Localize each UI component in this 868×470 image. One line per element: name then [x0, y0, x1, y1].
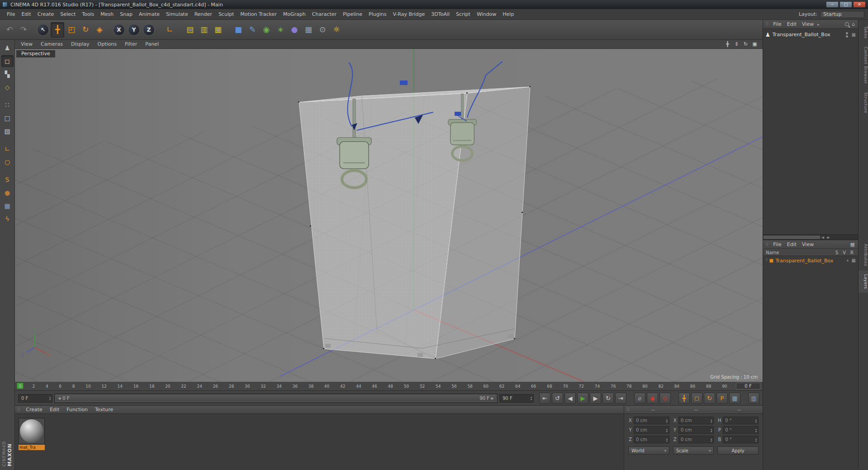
material-menu-item[interactable]: Edit — [46, 407, 63, 413]
frame-tick[interactable]: 52 — [420, 384, 425, 389]
object-manager-menu-item[interactable]: Edit — [784, 20, 799, 28]
environment-floor-button[interactable]: ▦ — [302, 22, 315, 38]
viewport-canvas[interactable]: Y X Z — [15, 49, 763, 382]
layer-manager-menu-item[interactable]: View — [799, 241, 816, 248]
frame-tick[interactable]: 54 — [436, 384, 441, 389]
layer-assign-icon[interactable]: ▦ — [852, 33, 856, 37]
toggle-view-icon[interactable]: ▣ — [751, 40, 759, 48]
Takes[interactable]: Takes — [859, 23, 868, 42]
menu-item[interactable]: Window — [474, 10, 499, 19]
viewport-name-label[interactable]: Perspective — [16, 50, 55, 57]
object-manager-menu-item[interactable]: File — [770, 20, 784, 28]
key-parameter-button[interactable]: P — [716, 393, 728, 404]
layer-row[interactable]: └ Transparent_Ballot_Box ▦ — [763, 257, 858, 264]
record-keyframe-button[interactable]: ◉ — [647, 393, 658, 404]
key-scale-button[interactable]: ◻ — [691, 393, 702, 404]
stepper-arrows-icon[interactable]: ▴▾ — [531, 396, 532, 400]
frame-tick[interactable]: 80 — [642, 384, 647, 389]
frame-tick[interactable]: 46 — [372, 384, 377, 389]
size-field[interactable]: Y 0 cm▴▾ — [673, 426, 714, 434]
undo-button[interactable]: ↶ — [3, 22, 16, 38]
layer-toggles[interactable] — [847, 260, 849, 261]
path-up-icon[interactable]: ⌂ — [852, 22, 855, 27]
object-tree-item[interactable]: ♟ Transparent_Ballot_Box ▦ — [763, 31, 858, 38]
Layers[interactable]: Layers — [859, 271, 868, 293]
frame-tick[interactable]: 4 — [46, 384, 48, 389]
frame-tick[interactable]: 58 — [467, 384, 472, 389]
play-backwards-button[interactable]: ↺ — [552, 393, 563, 404]
menu-item[interactable]: Character — [309, 10, 340, 19]
coordinate-system-button[interactable]: ∟ — [163, 22, 176, 38]
frame-tick[interactable]: 84 — [674, 384, 679, 389]
material-name-label[interactable]: mat_Tra — [19, 445, 45, 450]
coordinate-mode-dropdown[interactable]: -- — [631, 407, 674, 413]
redo-button[interactable]: ↷ — [17, 22, 30, 38]
rotation-field[interactable]: P 0 °▴▾ — [717, 426, 759, 434]
end-frame-field[interactable]: 90 F ▴▾ — [499, 394, 534, 403]
menu-item[interactable]: Motion Tracker — [237, 10, 280, 19]
frame-tick[interactable]: 62 — [499, 384, 504, 389]
frame-tick[interactable]: 70 — [563, 384, 568, 389]
frame-tick[interactable]: 42 — [340, 384, 345, 389]
move-tool-button[interactable]: ╋ — [51, 22, 64, 38]
name-column-header[interactable]: Name — [766, 250, 779, 255]
menu-item[interactable]: Sculpt — [215, 10, 237, 19]
frame-tick[interactable]: 0 — [19, 384, 22, 389]
menu-item[interactable]: Snap — [117, 10, 136, 19]
frame-tick[interactable]: 64 — [515, 384, 520, 389]
position-field[interactable]: Z 0 cm▴▾ — [628, 436, 669, 443]
pen-spline-button[interactable]: ✎ — [246, 22, 259, 38]
visibility-toggles[interactable] — [846, 32, 848, 38]
range-left-icon[interactable]: ◀ — [58, 396, 61, 400]
stepper-arrows-icon[interactable]: ▴▾ — [49, 396, 51, 400]
snap-toggle-button[interactable]: S — [1, 174, 14, 185]
frame-tick[interactable]: 44 — [356, 384, 361, 389]
panel-grip-icon[interactable]: ⠿ — [765, 242, 768, 247]
frame-tick[interactable]: 24 — [197, 384, 202, 389]
frame-tick[interactable]: 60 — [484, 384, 489, 389]
viewport-menu-item[interactable]: Cameras — [37, 40, 67, 48]
record-off-button[interactable]: ⌀ — [634, 393, 645, 404]
layer-settings-icon[interactable]: ▦ — [852, 258, 856, 263]
timeline-ruler[interactable]: 0246810121416182022242628303234363840424… — [15, 382, 763, 391]
camera-button[interactable]: ⊙ — [316, 22, 329, 38]
viewport-menu-item[interactable]: Options — [94, 40, 121, 48]
object-manager-hscrollbar[interactable]: ◀ ▶ — [763, 234, 858, 240]
material-menu-item[interactable]: Texture — [91, 407, 117, 413]
frame-tick[interactable]: 76 — [611, 384, 616, 389]
layer-name[interactable]: Transparent_Ballot_Box — [775, 258, 833, 264]
model-mode-button[interactable]: ◻ — [1, 55, 14, 67]
autokey-button[interactable]: ⊙ — [659, 393, 671, 404]
last-used-tool-button[interactable]: ◈ — [93, 22, 106, 38]
menu-item[interactable]: V-Ray Bridge — [389, 10, 428, 19]
layer-color-swatch[interactable] — [769, 259, 773, 263]
range-right-icon[interactable]: ▶ — [491, 396, 494, 400]
frame-tick[interactable]: 56 — [451, 384, 456, 389]
live-selection-button[interactable]: ↖ — [37, 24, 49, 36]
quantize-toggle-button[interactable]: ϟ — [1, 213, 14, 225]
frame-tick[interactable]: 50 — [404, 384, 409, 389]
perspective-viewport[interactable]: Y X Z Perspective Grid Spacing : 10 cm — [15, 49, 763, 382]
panel-grip-icon[interactable]: ⠿ — [626, 407, 630, 412]
step-forward-button[interactable]: ▶ — [590, 393, 601, 404]
lock-x-axis-button[interactable]: X — [113, 24, 125, 36]
position-field[interactable]: X 0 cm▴▾ — [628, 417, 669, 424]
frame-tick[interactable]: 88 — [706, 384, 711, 389]
rotate-tool-button[interactable]: ↻ — [79, 22, 92, 38]
object-manager-menu-item[interactable]: View — [799, 20, 816, 28]
axis-mode-button[interactable]: ∟ — [1, 143, 14, 155]
layer-column-header[interactable]: R — [850, 250, 854, 255]
coordinate-space-dropdown[interactable]: World▾ — [628, 446, 669, 455]
transform-mode-dropdown[interactable]: Scale▾ — [673, 446, 714, 455]
play-forwards-button[interactable]: ▶ — [577, 393, 588, 404]
Structure[interactable]: Structure — [859, 89, 868, 117]
Content Browser[interactable]: Content Browser — [859, 43, 868, 88]
menu-item[interactable]: 3DToAll — [428, 10, 453, 19]
layer-manager-menu-item[interactable]: Edit — [784, 241, 799, 248]
rotate-view-icon[interactable]: ↻ — [742, 40, 749, 48]
menu-overflow-icon[interactable]: ▸ — [816, 22, 821, 27]
frame-tick[interactable]: 90 — [722, 384, 727, 389]
layout-select[interactable]: Startup — [820, 11, 864, 18]
workplane-mode-button[interactable]: ◇ — [1, 81, 14, 93]
layer-manager-menu-item[interactable]: File — [770, 241, 784, 248]
